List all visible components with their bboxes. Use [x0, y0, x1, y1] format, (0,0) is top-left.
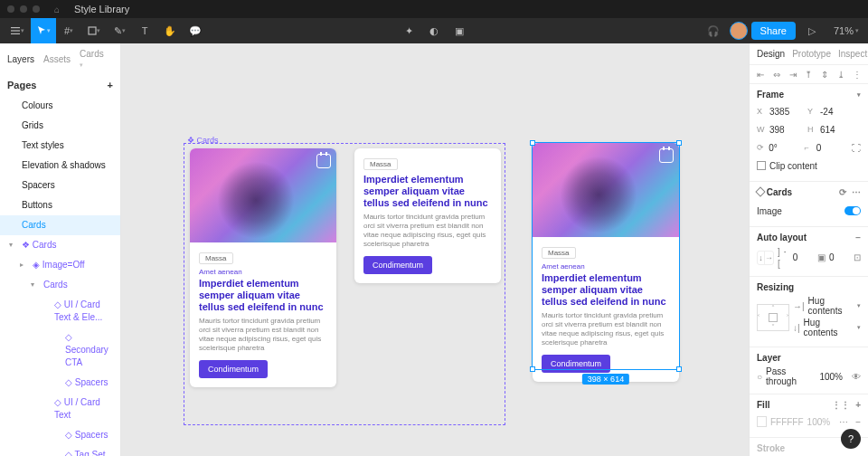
- titlebar: ⌂ Style Library: [0, 0, 868, 18]
- file-tab[interactable]: Style Library: [65, 2, 138, 16]
- layer-secondary-cta[interactable]: ◇ Secondary CTA: [0, 328, 120, 373]
- tab-design[interactable]: Design: [757, 49, 785, 59]
- svg-rect-0: [11, 27, 20, 28]
- layer-card-text-ele[interactable]: ◇ UI / Card Text & Ele...: [0, 295, 120, 328]
- layer-spacers-1[interactable]: ◇ Spacers: [0, 373, 120, 393]
- comment-tool[interactable]: 💬: [183, 18, 208, 43]
- present-icon[interactable]: ▷: [799, 18, 825, 43]
- layers-list: Colours Grids Text styles Elevation & sh…: [0, 96, 120, 456]
- layer-cards-root[interactable]: ▾❖ Cards: [0, 235, 120, 255]
- page-colours[interactable]: Colours: [0, 96, 120, 116]
- min-dot[interactable]: [20, 5, 27, 13]
- text-tool[interactable]: T: [132, 18, 157, 43]
- card-title: Imperdiet elementum semper aliquam vitae…: [199, 278, 327, 313]
- max-dot[interactable]: [33, 5, 40, 13]
- fill-vis-icon[interactable]: ⋯: [839, 417, 848, 427]
- frame-rad[interactable]: 0: [816, 143, 848, 153]
- fill-hex[interactable]: FFFFFF: [770, 417, 804, 427]
- corner-icon[interactable]: ⛶: [852, 143, 861, 153]
- tab-inspect[interactable]: Inspect: [838, 49, 867, 59]
- al-gap[interactable]: 0: [793, 252, 814, 262]
- frame-w[interactable]: 398: [769, 125, 804, 135]
- frame-rot[interactable]: 0°: [769, 143, 800, 153]
- variant-label: Cards: [767, 187, 792, 197]
- layer-opacity[interactable]: 100%: [819, 372, 843, 382]
- snap-icon[interactable]: ✦: [396, 18, 421, 43]
- move-tool[interactable]: ▾: [31, 18, 56, 43]
- frame-x[interactable]: 3385: [769, 107, 804, 117]
- clip-label: Clip content: [769, 161, 817, 171]
- align-right-icon[interactable]: ⇥: [788, 69, 798, 80]
- tab-layers[interactable]: Layers: [7, 54, 34, 64]
- card-cta[interactable]: Condimentum: [199, 360, 268, 378]
- autolayout-label: Auto layout: [757, 233, 807, 242]
- headphones-icon[interactable]: 🎧: [701, 18, 726, 43]
- align-left-icon[interactable]: ⇤: [755, 69, 766, 80]
- frame-h[interactable]: 614: [820, 125, 854, 135]
- zoom-level[interactable]: 71%▾: [828, 25, 864, 36]
- help-button[interactable]: ?: [841, 429, 861, 449]
- layer-card-text[interactable]: ◇ UI / Card Text: [0, 393, 120, 425]
- pen-tool[interactable]: ✎▾: [107, 18, 132, 43]
- menu-button[interactable]: ▾: [4, 18, 31, 43]
- frame-y[interactable]: -24: [820, 107, 854, 117]
- page-dropdown[interactable]: Cards ▾: [80, 49, 104, 69]
- align-top-icon[interactable]: ⤒: [803, 69, 814, 80]
- shape-tool[interactable]: ▾: [81, 18, 107, 43]
- layer-tag-set[interactable]: ◇ Tag Set: [0, 445, 120, 456]
- resize-diagram[interactable]: ˄˅˂˃: [757, 304, 789, 331]
- align-hcenter-icon[interactable]: ⇔: [771, 69, 782, 80]
- card-image-off[interactable]: Massa Imperdiet elementum semper aliquam…: [354, 148, 501, 283]
- fill-add-icon[interactable]: +: [855, 400, 861, 410]
- fill-remove-icon[interactable]: −: [855, 417, 861, 427]
- home-icon[interactable]: ⌂: [54, 5, 60, 14]
- frame-tool[interactable]: #▾: [56, 18, 81, 43]
- clip-checkbox[interactable]: [757, 161, 766, 170]
- card-cta[interactable]: Condimentum: [363, 256, 432, 274]
- frame-label[interactable]: Frame: [757, 90, 784, 100]
- al-settings-icon[interactable]: ⊡: [854, 252, 861, 262]
- fill-style-icon[interactable]: ⋮⋮: [832, 400, 850, 410]
- align-bottom-icon[interactable]: ⤓: [835, 69, 846, 80]
- page-buttons[interactable]: Buttons: [0, 195, 120, 215]
- mask-icon[interactable]: ▣: [447, 18, 472, 43]
- autolayout-remove-icon[interactable]: −: [855, 233, 861, 242]
- toolbar: ▾ ▾ #▾ ▾ ✎▾ T ✋ 💬 ✦ ◐ ▣ 🎧 Share ▷ 71%▾: [0, 18, 868, 43]
- more-icon[interactable]: ⋯: [852, 187, 861, 197]
- tab-prototype[interactable]: Prototype: [792, 49, 831, 59]
- resizing-label: Resizing: [757, 282, 794, 292]
- distribute-icon[interactable]: ⋮: [852, 69, 863, 80]
- card-image-on[interactable]: Massa Amet aenean Imperdiet elementum se…: [190, 148, 336, 387]
- align-vcenter-icon[interactable]: ⇕: [819, 69, 830, 80]
- resize-v[interactable]: Hug contents: [804, 318, 854, 337]
- close-dot[interactable]: [7, 5, 14, 13]
- layer-spacers-2[interactable]: ◇ Spacers: [0, 425, 120, 445]
- stroke-label: Stroke: [757, 443, 785, 453]
- fill-swatch[interactable]: [757, 416, 767, 427]
- blend-mode[interactable]: Pass through: [766, 366, 816, 386]
- canvas[interactable]: ❖ Cards Massa Amet aenean Imperdiet elem…: [121, 43, 749, 456]
- add-page-icon[interactable]: +: [108, 80, 113, 90]
- layer-cards-1[interactable]: ▾Cards: [0, 275, 120, 295]
- share-button[interactable]: Share: [751, 22, 796, 40]
- al-pad[interactable]: 0: [829, 252, 850, 262]
- svg-rect-1: [11, 30, 20, 31]
- page-elevation[interactable]: Elevation & shadows: [0, 156, 120, 176]
- prop-image-toggle[interactable]: [844, 206, 861, 215]
- contrast-icon[interactable]: ◐: [421, 18, 447, 43]
- visibility-icon[interactable]: 👁: [852, 372, 861, 382]
- hand-tool[interactable]: ✋: [157, 18, 183, 43]
- tab-assets[interactable]: Assets: [43, 54, 71, 64]
- svg-rect-2: [11, 33, 20, 34]
- avatar[interactable]: [730, 22, 748, 40]
- page-cards[interactable]: Cards: [0, 215, 120, 235]
- page-textstyles[interactable]: Text styles: [0, 136, 120, 156]
- page-grids[interactable]: Grids: [0, 116, 120, 136]
- fill-opacity[interactable]: 100%: [807, 417, 831, 427]
- selection-outline: [532, 142, 680, 370]
- resize-h[interactable]: Hug contents: [808, 296, 854, 316]
- layer-image-off[interactable]: ▸◈ Image=Off: [0, 255, 120, 275]
- swap-icon[interactable]: ⟳: [839, 187, 846, 197]
- fill-label: Fill: [757, 400, 769, 410]
- page-spacers[interactable]: Spacers: [0, 176, 120, 195]
